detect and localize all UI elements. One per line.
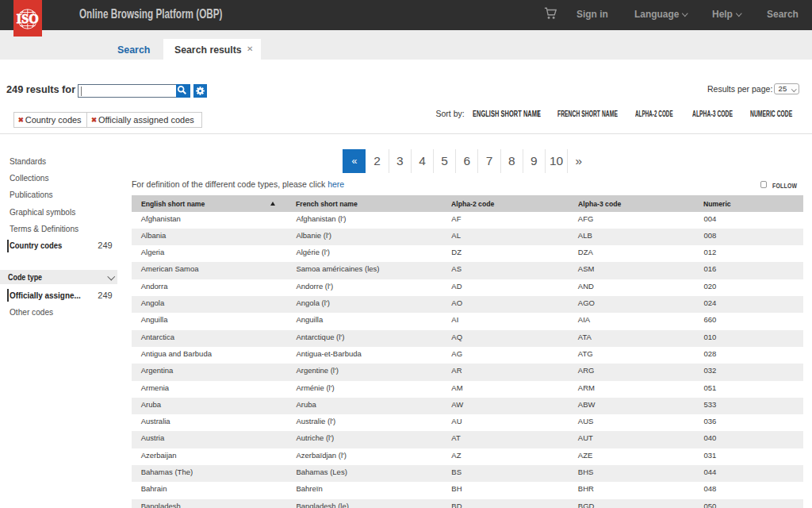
svg-text:ISO: ISO: [17, 12, 39, 25]
